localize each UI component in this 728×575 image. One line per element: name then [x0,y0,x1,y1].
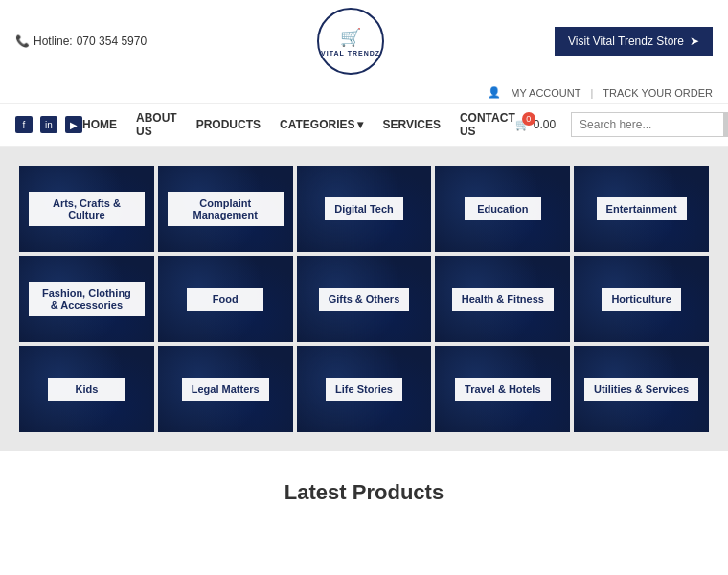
logo-cart-icon: 🛒 [340,27,362,48]
categories-grid: Arts, Crafts & Culture Complaint Managem… [19,166,709,432]
category-item-life[interactable]: Life Stories [297,346,432,432]
visit-store-label: Visit Vital Trendz Store [568,34,684,48]
latest-products-section: Latest Products [0,451,728,524]
category-label-fashion: Fashion, Clothing & Accessories [29,282,145,316]
category-label-health: Health & Fitness [452,288,554,310]
category-item-health[interactable]: Health & Fitness [435,256,570,342]
nav-categories[interactable]: CATEGORIES ▾ [280,118,363,131]
category-item-horticulture[interactable]: Horticulture [574,256,709,342]
phone-icon: 📞 [15,34,30,48]
logo-area[interactable]: 🛒 VITAL TRENDZ [317,8,384,75]
category-label-food: Food [187,288,263,310]
category-label-kids: Kids [48,378,125,401]
account-icon: 👤 [488,86,501,99]
category-label-digital: Digital Tech [325,197,403,220]
nav-links: HOME ABOUT US PRODUCTS CATEGORIES ▾ SERV… [82,111,515,138]
account-bar: 👤 MY ACCOUNT | TRACK YOUR ORDER [0,82,728,103]
nav-products[interactable]: PRODUCTS [196,118,261,131]
category-label-horticulture: Horticulture [602,288,680,310]
nav-services[interactable]: SERVICES [382,118,440,131]
store-arrow-icon: ➤ [690,34,699,48]
search-area: 🔍 [571,112,728,137]
cart-icon-wrap[interactable]: 🛒 0 [515,118,530,131]
top-bar: 📞 Hotline: 070 354 5970 🛒 VITAL TRENDZ V… [0,0,728,82]
category-item-utilities[interactable]: Utilities & Services [574,346,709,432]
category-item-gifts[interactable]: Gifts & Others [297,256,432,342]
nav-bar: f in ▶ HOME ABOUT US PRODUCTS CATEGORIES… [0,103,728,147]
category-item-travel[interactable]: Travel & Hotels [435,346,570,432]
category-item-fashion[interactable]: Fashion, Clothing & Accessories [19,256,154,342]
my-account-link[interactable]: MY ACCOUNT [511,87,580,99]
nav-contact[interactable]: CONTACT US [460,111,515,138]
search-input[interactable] [571,112,724,137]
category-item-food[interactable]: Food [158,256,293,342]
cart-area[interactable]: 🛒 0 0.00 [515,118,556,131]
categories-section: Arts, Crafts & Culture Complaint Managem… [0,147,728,451]
chevron-down-icon: ▾ [357,118,363,131]
hotline-area: 📞 Hotline: 070 354 5970 [15,34,147,48]
logo: 🛒 VITAL TRENDZ [317,8,384,75]
youtube-icon[interactable]: ▶ [65,116,82,133]
category-item-legal[interactable]: Legal Matters [158,346,293,432]
category-item-digital[interactable]: Digital Tech [297,166,432,252]
hotline-number: 070 354 5970 [77,34,147,48]
visit-store-button[interactable]: Visit Vital Trendz Store ➤ [555,27,713,56]
category-label-education: Education [465,197,541,220]
latest-products-title: Latest Products [19,480,709,505]
cart-amount: 0.00 [534,118,556,131]
category-label-entertainment: Entertainment [597,197,687,220]
category-label-life: Life Stories [326,378,402,401]
social-icons-group: f in ▶ [15,116,82,133]
facebook-icon[interactable]: f [15,116,33,133]
category-label-travel: Travel & Hotels [455,378,550,401]
category-label-arts: Arts, Crafts & Culture [29,192,145,226]
logo-text: VITAL TRENDZ [321,50,380,57]
nav-home[interactable]: HOME [82,118,117,131]
category-label-utilities: Utilities & Services [584,378,698,401]
nav-about[interactable]: ABOUT US [136,111,177,138]
cart-badge: 0 [522,112,535,126]
category-item-kids[interactable]: Kids [19,346,154,432]
divider: | [590,87,593,99]
category-label-legal: Legal Matters [182,378,269,401]
category-item-arts[interactable]: Arts, Crafts & Culture [19,166,154,252]
hotline-label: Hotline: [34,34,73,48]
category-item-education[interactable]: Education [435,166,570,252]
instagram-icon[interactable]: in [40,116,57,133]
category-item-entertainment[interactable]: Entertainment [574,166,709,252]
category-label-gifts: Gifts & Others [319,288,410,310]
category-label-complaint: Complaint Management [168,192,284,226]
category-item-complaint[interactable]: Complaint Management [158,166,293,252]
track-order-link[interactable]: TRACK YOUR ORDER [603,87,713,99]
search-button[interactable]: 🔍 [724,112,728,137]
